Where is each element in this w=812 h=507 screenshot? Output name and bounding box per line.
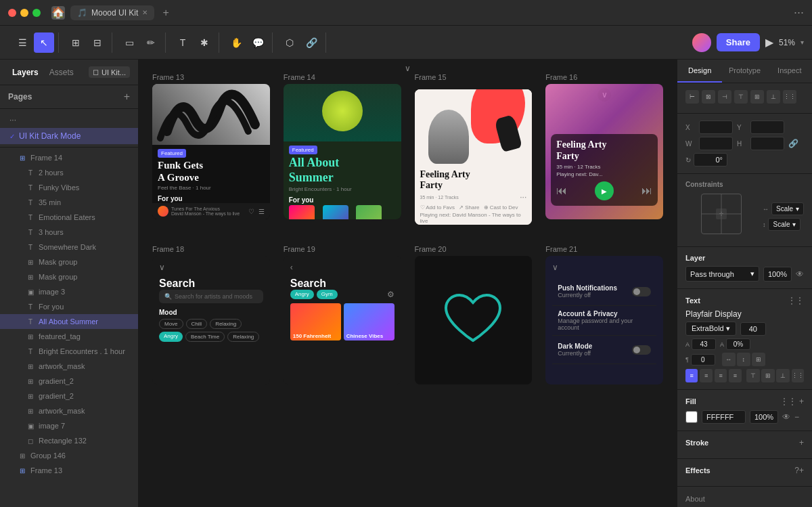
auto-height-btn[interactable]: ↕ [737,353,750,366]
shape-tool-btn[interactable]: ▭ [119,32,139,53]
layer-item-group146[interactable]: ⊞ Group 146 [0,448,138,463]
layer-item-emotional[interactable]: T Emotional Eaters [0,210,138,225]
frame-tool-btn[interactable]: ⊞ [66,32,86,53]
blend-mode-select[interactable]: Pass through ▾ [685,266,759,282]
back-chevron-18[interactable]: ∨ [159,263,165,272]
share-button[interactable]: Share [717,33,760,51]
layer-item-frame13[interactable]: ⊞ Frame 13 [0,463,138,478]
effects-question-icon[interactable]: ? [794,466,799,475]
layer-item-3hours[interactable]: T 3 hours [0,225,138,240]
w-input[interactable]: 173 [699,137,733,150]
menu-tool-btn[interactable]: ☰ [12,32,32,53]
align-right-text-btn[interactable]: ≡ [715,369,727,382]
font-weight-select[interactable]: ExtraBold ▾ [685,322,736,336]
align-left-btn[interactable]: ⊢ [685,90,699,104]
valign-bottom-btn[interactable]: ⊥ [776,369,790,382]
ui-kit-tag[interactable]: ◻ UI Kit... [89,66,130,78]
h-input[interactable]: 86 [750,137,784,150]
filter-gym[interactable]: Gym [317,290,338,299]
frame-21-chevron[interactable]: ∨ [552,263,558,272]
layer-item-artwork1[interactable]: ⊞ artwork_mask [0,359,138,374]
line-height-input[interactable] [692,338,716,350]
frame-20-card[interactable]: ∨ [415,256,533,384]
tag-move[interactable]: Move [159,319,183,329]
visibility-icon[interactable]: 👁 [796,269,804,279]
canvas-area[interactable]: Frame 13 Featured Funk GetsA [139,60,677,507]
hex-input[interactable] [702,410,746,424]
align-right-btn[interactable]: ⊣ [718,90,731,104]
font-size-input[interactable] [740,322,766,336]
lock-ratio-icon[interactable]: 🔗 [788,139,798,148]
page-item[interactable]: ··· [0,112,138,128]
auto-width-btn[interactable]: ↔ [722,353,736,366]
x-input[interactable]: 35 [699,120,733,134]
fill-minus-icon[interactable]: − [794,412,799,422]
new-tab-btn[interactable]: + [162,7,168,19]
align-justify-text-btn[interactable]: ≡ [729,369,741,382]
cast-btn[interactable]: ⊕ Cast to Dev [484,204,518,211]
fill-visibility-icon[interactable]: 👁 [782,412,790,422]
frame-16-prev[interactable]: ⏮ [556,185,567,197]
frame-18-card[interactable]: ∨ Search 🔍 Search for artists and moods … [152,256,270,384]
notif-dark-toggle[interactable] [632,345,651,355]
align-center-h-btn[interactable]: ⊠ [702,90,715,104]
frame-13-card[interactable]: Featured Funk GetsA Groove Feel the Base… [152,84,270,219]
maximize-btn[interactable] [32,9,41,17]
tag-angry[interactable]: Angry [159,332,183,342]
fill-add-icon[interactable]: ⋮⋮ [780,397,796,406]
align-center-text-btn[interactable]: ≡ [700,369,712,382]
frame-19-card[interactable]: ‹ Search Angry Gym ⚙ 150 Fahrenheit [284,256,401,384]
layers-tab[interactable]: Layers [8,65,43,80]
layer-item-image3[interactable]: ▣ image 3 [0,284,138,299]
fill-opacity-input[interactable] [750,410,778,424]
v-scale-select[interactable]: Scale ▾ [768,218,800,231]
align-top-btn[interactable]: ⊤ [734,90,748,104]
para-input[interactable] [691,354,715,366]
add-page-btn[interactable]: + [124,91,130,103]
minimize-btn[interactable] [20,9,28,17]
layer-item-allaboutsummer[interactable]: T All About Summer [0,314,138,329]
layer-item-2hours[interactable]: T 2 hours [0,165,138,180]
h-scale-select[interactable]: Scale ▾ [771,202,804,215]
text-tool-btn[interactable]: T [173,32,193,53]
layer-item-image7[interactable]: ▣ image 7 [0,418,138,433]
scale-tool-btn[interactable]: ⊟ [87,32,108,53]
component-tool-btn[interactable]: ✱ [194,32,215,53]
text-more-icon[interactable]: ⋮⋮ [788,296,804,305]
inspect-tab[interactable]: Inspect [767,60,812,83]
prototype-tab[interactable]: Prototype [722,60,767,83]
select-tool-btn[interactable]: ↖ [34,32,54,53]
assets-tab[interactable]: Assets [45,65,78,80]
align-bottom-btn[interactable]: ⊥ [767,90,780,104]
fill-plus-icon[interactable]: + [799,397,804,406]
active-tab[interactable]: 🎵 Moood UI Kit ✕ [70,5,154,20]
fill-tool-btn[interactable]: ⬡ [279,32,300,53]
search-box-18[interactable]: 🔍 Search for artists and moods [159,290,263,303]
frame-15-more[interactable]: ··· [520,192,526,202]
notif-push-toggle[interactable] [632,287,651,296]
layer-item-rect132[interactable]: ◻ Rectangle 132 [0,433,138,448]
tag-relaxing[interactable]: Relaxing [210,319,242,329]
align-center-v-btn[interactable]: ⊞ [750,90,764,104]
letter-spacing-input[interactable] [726,338,750,350]
design-tab[interactable]: Design [677,60,722,83]
color-swatch[interactable] [685,411,698,423]
frame-16-next-btn[interactable]: ⏭ [641,185,652,197]
frame-14-card[interactable]: Featured All AboutSummer Bright Encounte… [284,84,401,219]
play-button[interactable]: ▶ [765,36,773,49]
tag-chill[interactable]: Chill [186,319,208,329]
layer-item-bright[interactable]: T Bright Encounters . 1 hour [0,344,138,359]
close-btn[interactable] [8,9,16,17]
fixed-size-btn[interactable]: ⊞ [752,353,765,366]
frame-15-card[interactable]: ∨ Feeling ArtyFarty 35 min · 12 Tracks ·… [415,89,533,225]
tab-close-icon[interactable]: ✕ [142,9,148,16]
back-chevron-19[interactable]: ‹ [290,263,293,272]
rotate-input[interactable] [694,153,727,167]
layer-item-foryou[interactable]: T For you [0,299,138,314]
hand-tool-btn[interactable]: ✋ [226,32,246,53]
filter-icon-19[interactable]: ⚙ [387,290,394,299]
layer-item-frame14[interactable]: ⊞ Frame 14 [0,150,138,165]
frame-16-card[interactable]: ∨ Feeling ArtyFarty 35 min · 12 Tracks P… [545,84,663,219]
filter-angry[interactable]: Angry [290,290,314,299]
layer-item-featuredtag[interactable]: ⊞ featured_tag [0,329,138,344]
